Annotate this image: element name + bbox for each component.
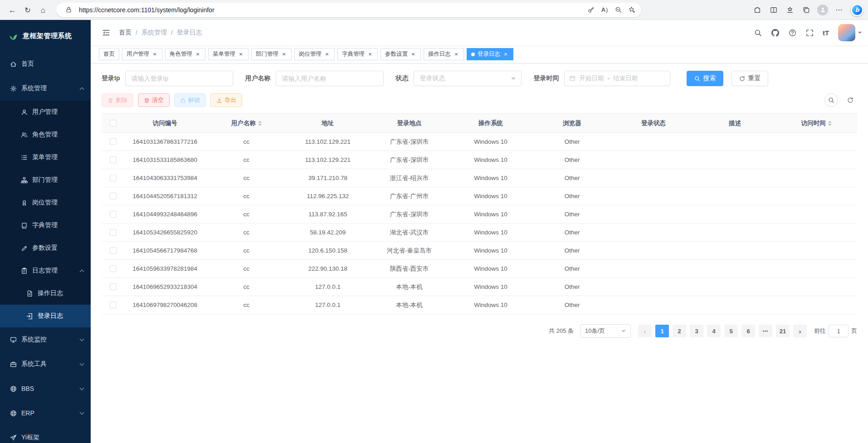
- help-button[interactable]: [784, 24, 801, 42]
- site-info-icon[interactable]: [62, 4, 75, 16]
- tab-home[interactable]: 首页: [99, 48, 119, 60]
- tab-role-management[interactable]: 角色管理×: [165, 48, 205, 60]
- page-button-1[interactable]: 1: [655, 325, 669, 337]
- sidebar-item-role-management[interactable]: 角色管理: [0, 123, 91, 146]
- tab-operation-log[interactable]: 操作日志×: [424, 48, 464, 60]
- address-bar[interactable]: https://ccnetcore.com:1101/system/log/lo…: [56, 3, 641, 17]
- login-time-range-picker[interactable]: 开始日期 - 结束日期: [564, 71, 670, 86]
- tab-menu-management[interactable]: 菜单管理×: [208, 48, 249, 60]
- tab-post-management[interactable]: 岗位管理×: [294, 48, 335, 60]
- browser-back-button[interactable]: [5, 3, 20, 17]
- user-name-input[interactable]: [276, 71, 384, 86]
- sidebar-item-log-management[interactable]: 日志管理: [0, 259, 91, 282]
- page-button-21[interactable]: 21: [776, 325, 790, 337]
- toggle-search-button[interactable]: [824, 93, 838, 107]
- sort-control[interactable]: [258, 121, 262, 126]
- row-checkbox[interactable]: [110, 229, 117, 236]
- close-tab-icon[interactable]: ×: [281, 51, 287, 58]
- avatar-dropdown-caret-icon[interactable]: [858, 32, 862, 35]
- sidebar-item-dept-management[interactable]: 部门管理: [0, 169, 91, 191]
- close-tab-icon[interactable]: ×: [410, 51, 416, 58]
- collections-icon[interactable]: [799, 3, 814, 17]
- clear-button[interactable]: 清空: [138, 93, 170, 107]
- row-checkbox[interactable]: [110, 302, 117, 308]
- tab-param-settings[interactable]: 参数设置×: [380, 48, 421, 60]
- close-tab-icon[interactable]: ×: [453, 51, 459, 58]
- add-favorite-icon[interactable]: [625, 4, 639, 16]
- sidebar-item-erp[interactable]: ERP: [0, 401, 91, 425]
- font-size-button[interactable]: tT: [818, 24, 834, 42]
- sidebar-toggle-button[interactable]: [98, 24, 114, 41]
- split-screen-icon[interactable]: [766, 3, 781, 17]
- sidebar-item-operation-log[interactable]: 操作日志: [0, 282, 91, 305]
- sidebar-item-param-settings[interactable]: 参数设置: [0, 237, 91, 259]
- browser-profile-button[interactable]: [815, 3, 830, 17]
- page-ellipsis[interactable]: ⋯: [759, 325, 772, 337]
- goto-page-input[interactable]: [829, 325, 848, 337]
- sort-asc-icon[interactable]: [828, 121, 832, 123]
- page-button-4[interactable]: 4: [707, 325, 721, 337]
- read-aloud-icon[interactable]: A: [598, 4, 611, 16]
- sidebar-item-menu-management[interactable]: 菜单管理: [0, 146, 91, 169]
- page-button-6[interactable]: 6: [741, 325, 755, 337]
- extensions-icon[interactable]: [750, 3, 765, 17]
- sidebar-item-post-management[interactable]: 岗位管理: [0, 191, 91, 214]
- row-checkbox[interactable]: [110, 247, 117, 254]
- column-visit-time[interactable]: 访问时间: [775, 114, 857, 133]
- close-tab-icon[interactable]: ×: [367, 51, 373, 58]
- close-tab-icon[interactable]: ×: [238, 51, 244, 58]
- fullscreen-button[interactable]: [801, 24, 818, 42]
- close-tab-icon[interactable]: ×: [502, 51, 509, 58]
- tab-login-log[interactable]: 登录日志×: [467, 48, 513, 60]
- sidebar-item-yi-framework[interactable]: Yi框架: [0, 425, 91, 443]
- header-search-button[interactable]: [749, 24, 766, 42]
- unlock-button[interactable]: 解锁: [174, 93, 206, 107]
- close-tab-icon[interactable]: ×: [151, 51, 158, 58]
- breadcrumb-item[interactable]: 系统管理: [141, 29, 167, 37]
- next-page-button[interactable]: ›: [793, 325, 807, 337]
- favorites-icon[interactable]: [783, 3, 797, 17]
- sidebar-item-dict-management[interactable]: 字典管理: [0, 214, 91, 237]
- row-checkbox[interactable]: [110, 211, 117, 218]
- row-checkbox[interactable]: [110, 138, 117, 145]
- sidebar-item-login-log[interactable]: 登录日志: [0, 305, 91, 327]
- sort-asc-icon[interactable]: [258, 121, 262, 123]
- page-button-5[interactable]: 5: [724, 325, 738, 337]
- row-checkbox[interactable]: [110, 156, 117, 163]
- column-user-name[interactable]: 用户名称: [206, 114, 288, 133]
- export-button[interactable]: 导出: [210, 93, 242, 107]
- page-button-3[interactable]: 3: [690, 325, 703, 337]
- tab-dept-management[interactable]: 部门管理×: [251, 48, 292, 60]
- sort-control[interactable]: [828, 121, 832, 126]
- sort-desc-icon[interactable]: [828, 124, 832, 126]
- browser-home-button[interactable]: [35, 3, 51, 17]
- bing-copilot-icon[interactable]: b: [851, 4, 863, 16]
- user-avatar[interactable]: [838, 24, 855, 41]
- sidebar-item-home[interactable]: 首页: [0, 52, 91, 76]
- page-size-select[interactable]: 10条/页: [580, 324, 631, 338]
- row-checkbox[interactable]: [110, 175, 117, 181]
- browser-refresh-button[interactable]: [20, 3, 35, 17]
- reset-button[interactable]: 重置: [731, 71, 768, 86]
- page-button-2[interactable]: 2: [673, 325, 686, 337]
- row-checkbox[interactable]: [110, 193, 117, 200]
- zoom-out-icon[interactable]: [611, 4, 625, 16]
- tab-dict-management[interactable]: 字典管理×: [337, 48, 378, 60]
- row-checkbox[interactable]: [110, 283, 117, 290]
- refresh-table-button[interactable]: [844, 93, 857, 107]
- sort-desc-icon[interactable]: [258, 124, 262, 126]
- sidebar-item-system-monitor[interactable]: 系统监控: [0, 327, 91, 352]
- sidebar-item-system-tools[interactable]: 系统工具: [0, 352, 91, 376]
- select-all-checkbox[interactable]: [110, 120, 117, 127]
- search-button[interactable]: 搜索: [687, 71, 723, 86]
- github-button[interactable]: [766, 24, 784, 42]
- tab-user-management[interactable]: 用户管理×: [122, 48, 162, 60]
- close-tab-icon[interactable]: ×: [324, 51, 330, 58]
- sidebar-item-user-management[interactable]: 用户管理: [0, 101, 91, 123]
- sidebar-item-system-management[interactable]: 系统管理: [0, 76, 91, 101]
- password-key-icon[interactable]: [584, 4, 598, 16]
- prev-page-button[interactable]: ‹: [638, 325, 652, 337]
- sidebar-item-bbs[interactable]: BBS: [0, 376, 91, 401]
- delete-button[interactable]: 删除: [102, 93, 133, 107]
- browser-settings-button[interactable]: [832, 3, 846, 17]
